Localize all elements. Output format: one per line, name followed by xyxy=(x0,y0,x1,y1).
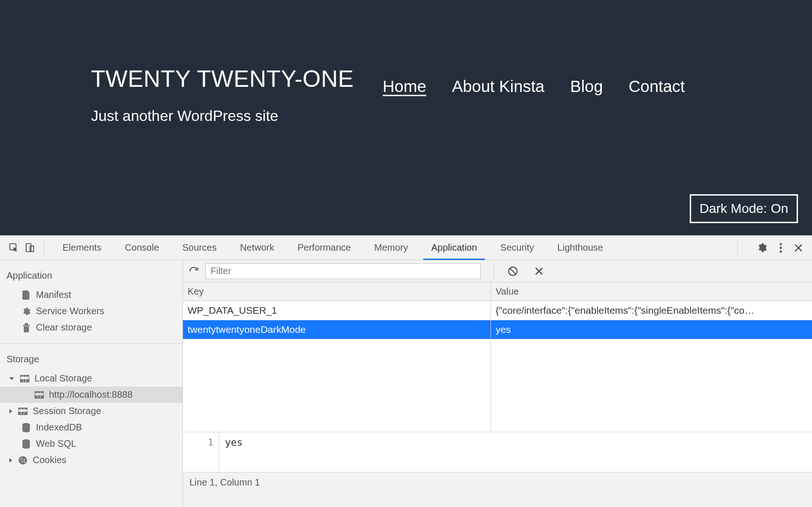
line-gutter: 1 xyxy=(183,432,219,472)
devtools-panel: Elements Console Sources Network Perform… xyxy=(0,235,812,507)
cell-key: WP_DATA_USER_1 xyxy=(183,301,491,320)
application-sidebar: Application Manifest Service Workers Cle… xyxy=(0,260,183,507)
device-toggle-icon[interactable] xyxy=(21,242,37,253)
table-row[interactable]: twentytwentyoneDarkMode yes xyxy=(183,320,812,339)
inspect-icon[interactable] xyxy=(6,242,21,253)
delete-icon[interactable] xyxy=(534,267,544,276)
tab-network[interactable]: Network xyxy=(228,236,286,260)
gear-icon xyxy=(21,307,31,316)
devtools-body: Application Manifest Service Workers Cle… xyxy=(0,260,812,507)
table-header: Key Value xyxy=(183,282,812,301)
nav-blog[interactable]: Blog xyxy=(570,77,603,96)
col-key[interactable]: Key xyxy=(183,282,491,301)
tab-performance[interactable]: Performance xyxy=(286,236,363,260)
svg-point-4 xyxy=(780,246,782,249)
svg-rect-9 xyxy=(26,375,26,382)
table-row[interactable]: WP_DATA_USER_1 {"core/interface":{"enabl… xyxy=(183,301,812,320)
svg-rect-8 xyxy=(23,375,23,382)
divider xyxy=(44,241,44,254)
tab-console[interactable]: Console xyxy=(113,236,170,260)
filter-input[interactable] xyxy=(205,263,481,279)
column-divider[interactable] xyxy=(490,301,491,432)
svg-point-22 xyxy=(24,459,25,460)
chevron-down-icon xyxy=(9,377,14,380)
svg-rect-16 xyxy=(21,408,21,415)
devtools-tabstrip: Elements Console Sources Network Perform… xyxy=(0,236,812,260)
sidebar-item-session-storage[interactable]: Session Storage xyxy=(0,403,182,419)
storage-table: Key Value WP_DATA_USER_1 {"core/interfac… xyxy=(183,282,812,432)
devtools-right-icons xyxy=(731,241,812,254)
sidebar-item-service-workers[interactable]: Service Workers xyxy=(0,303,182,319)
svg-point-3 xyxy=(780,243,782,245)
sidebar-item-manifest[interactable]: Manifest xyxy=(0,287,182,303)
sidebar-label: Manifest xyxy=(36,289,71,300)
svg-rect-7 xyxy=(21,377,29,379)
sidebar-item-local-storage[interactable]: Local Storage xyxy=(0,370,182,387)
section-storage: Storage xyxy=(0,344,182,370)
dark-mode-state: On xyxy=(771,201,788,216)
svg-point-21 xyxy=(21,458,22,459)
svg-rect-17 xyxy=(24,408,24,415)
site-tagline: Just another WordPress site xyxy=(91,107,812,125)
sidebar-label: Session Storage xyxy=(33,406,101,416)
svg-point-5 xyxy=(780,250,782,253)
sidebar-item-websql[interactable]: Web SQL xyxy=(0,436,182,452)
kebab-icon[interactable] xyxy=(779,243,782,253)
section-application: Application xyxy=(0,260,182,287)
sidebar-item-indexeddb[interactable]: IndexedDB xyxy=(0,419,182,436)
svg-point-24 xyxy=(24,461,25,462)
sidebar-label: Service Workers xyxy=(36,306,104,317)
database-icon xyxy=(21,423,31,432)
nav-contact[interactable]: Contact xyxy=(629,77,685,96)
sidebar-label: Cookies xyxy=(33,455,66,465)
svg-rect-13 xyxy=(40,392,41,398)
storage-toolbar xyxy=(183,260,812,282)
divider xyxy=(494,264,494,278)
cell-value: {"core/interface":{"enableItems":{"singl… xyxy=(491,301,812,320)
nav-home[interactable]: Home xyxy=(383,77,426,96)
sidebar-item-localhost[interactable]: http://localhost:8888 xyxy=(0,387,182,403)
tab-lighthouse[interactable]: Lighthouse xyxy=(546,236,615,260)
table-icon xyxy=(18,407,28,416)
nav-about[interactable]: About Kinsta xyxy=(452,77,544,96)
sidebar-item-clear-storage[interactable]: Clear storage xyxy=(0,319,182,336)
svg-rect-12 xyxy=(37,392,38,398)
dark-mode-label: Dark Mode: xyxy=(700,201,767,216)
tab-security[interactable]: Security xyxy=(489,236,546,260)
primary-nav: Home About Kinsta Blog Contact xyxy=(383,77,685,96)
value-editor: 1 yes xyxy=(183,432,812,472)
table-body: WP_DATA_USER_1 {"core/interface":{"enabl… xyxy=(183,301,812,432)
status-bar: Line 1, Column 1 xyxy=(183,472,812,492)
refresh-icon[interactable] xyxy=(189,266,199,276)
gear-icon[interactable] xyxy=(756,242,767,253)
cookie-icon xyxy=(18,456,28,465)
cell-value: yes xyxy=(491,320,812,339)
cell-key: twentytwentyoneDarkMode xyxy=(183,320,491,339)
tab-sources[interactable]: Sources xyxy=(171,236,228,260)
editor-content[interactable]: yes xyxy=(219,432,812,472)
divider xyxy=(737,241,738,254)
table-icon xyxy=(20,374,29,383)
svg-rect-11 xyxy=(35,393,43,395)
sidebar-label: IndexedDB xyxy=(36,422,82,433)
application-content: Key Value WP_DATA_USER_1 {"core/interfac… xyxy=(183,260,812,507)
col-value[interactable]: Value xyxy=(491,282,812,301)
close-icon[interactable] xyxy=(794,244,803,252)
sidebar-label: http://localhost:8888 xyxy=(49,389,133,400)
sidebar-label: Web SQL xyxy=(36,438,76,449)
file-icon xyxy=(21,290,31,300)
sidebar-label: Local Storage xyxy=(35,373,92,384)
svg-point-23 xyxy=(22,461,23,462)
dark-mode-toggle[interactable]: Dark Mode: On xyxy=(690,194,798,223)
svg-point-20 xyxy=(19,456,27,465)
svg-rect-15 xyxy=(19,409,27,412)
tab-elements[interactable]: Elements xyxy=(51,236,113,260)
clear-icon[interactable] xyxy=(507,266,518,277)
tab-application[interactable]: Application xyxy=(420,236,489,260)
page-preview: TWENTY TWENTY-ONE Just another WordPress… xyxy=(0,0,812,235)
sidebar-label: Clear storage xyxy=(36,322,92,333)
tab-memory[interactable]: Memory xyxy=(363,236,420,260)
database-icon xyxy=(21,439,31,449)
trash-icon xyxy=(21,323,31,332)
sidebar-item-cookies[interactable]: Cookies xyxy=(0,452,182,468)
